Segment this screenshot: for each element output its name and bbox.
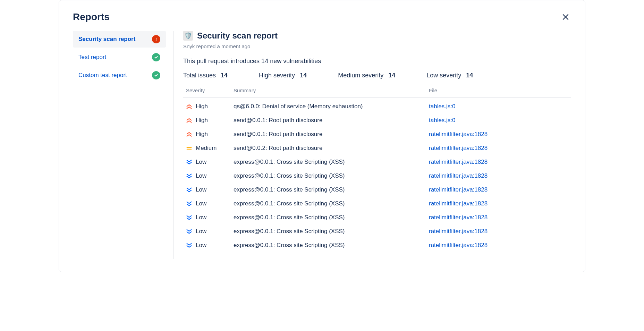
sidebar-item-label: Security scan report	[78, 36, 135, 43]
stat: High severity14	[259, 72, 307, 79]
severity-text: Low	[196, 214, 206, 221]
stat-label: High severity	[259, 72, 295, 79]
severity-cell: High	[183, 117, 234, 124]
file-cell: ratelimitfilter.java:1828	[429, 186, 571, 193]
stat-value: 14	[388, 72, 395, 79]
file-link[interactable]: ratelimitfilter.java:1828	[429, 172, 488, 179]
report-main: 🛡️ Security scan report Snyk reported a …	[173, 31, 571, 259]
severity-text: Medium	[196, 145, 217, 152]
stat: Medium severity14	[338, 72, 395, 79]
severity-text: Low	[196, 172, 206, 179]
file-link[interactable]: ratelimitfilter.java:1828	[429, 159, 488, 165]
severity-cell: Low	[183, 172, 234, 179]
stat-value: 14	[466, 72, 473, 79]
sidebar-item-label: Custom test report	[78, 72, 127, 79]
sidebar-item[interactable]: Security scan report	[73, 31, 166, 48]
modal-body: Security scan reportTest reportCustom te…	[73, 31, 571, 259]
svg-point-3	[156, 40, 156, 41]
file-cell: ratelimitfilter.java:1828	[429, 214, 571, 221]
sidebar-item[interactable]: Custom test report	[73, 67, 166, 84]
file-link[interactable]: ratelimitfilter.java:1828	[429, 200, 488, 207]
severity-text: Low	[196, 159, 206, 166]
severity-low-icon	[186, 187, 192, 192]
file-link[interactable]: ratelimitfilter.java:1828	[429, 242, 488, 248]
table-row: Lowexpress@0.0.1: Cross site Scripting (…	[183, 211, 571, 224]
file-link[interactable]: ratelimitfilter.java:1828	[429, 131, 488, 137]
severity-cell: Low	[183, 159, 234, 166]
severity-cell: Medium	[183, 145, 234, 152]
col-header-severity: Severity	[183, 87, 234, 93]
stat-label: Medium severity	[338, 72, 383, 79]
file-link[interactable]: tables.js:0	[429, 103, 456, 110]
file-cell: tables.js:0	[429, 103, 571, 110]
summary-cell: express@0.0.1: Cross site Scripting (XSS…	[234, 200, 429, 207]
severity-high-icon	[186, 118, 192, 123]
summary-cell: express@0.0.1: Cross site Scripting (XSS…	[234, 172, 429, 179]
reports-sidebar: Security scan reportTest reportCustom te…	[73, 31, 173, 259]
severity-high-icon	[186, 104, 192, 109]
table-body: Highqs@6.0.0: Denial of service (Memory …	[183, 100, 571, 252]
stat: Total issues14	[183, 72, 228, 79]
status-error-icon	[152, 35, 160, 43]
file-link[interactable]: ratelimitfilter.java:1828	[429, 228, 488, 235]
summary-cell: express@0.0.1: Cross site Scripting (XSS…	[234, 186, 429, 193]
summary-cell: express@0.0.1: Cross site Scripting (XSS…	[234, 159, 429, 166]
file-link[interactable]: ratelimitfilter.java:1828	[429, 214, 488, 221]
severity-cell: Low	[183, 242, 234, 249]
severity-cell: High	[183, 103, 234, 110]
table-row: Lowexpress@0.0.1: Cross site Scripting (…	[183, 224, 571, 238]
summary-cell: express@0.0.1: Cross site Scripting (XSS…	[234, 242, 429, 249]
table-row: Lowexpress@0.0.1: Cross site Scripting (…	[183, 197, 571, 211]
severity-medium-icon	[186, 146, 192, 151]
file-cell: ratelimitfilter.java:1828	[429, 159, 571, 166]
sidebar-item[interactable]: Test report	[73, 49, 166, 66]
severity-cell: Low	[183, 214, 234, 221]
table-row: Highsend@0.0.1: Root path disclosurerate…	[183, 127, 571, 141]
sidebar-item-label: Test report	[78, 54, 106, 61]
stat-value: 14	[300, 72, 307, 79]
severity-text: Low	[196, 242, 206, 249]
stats-row: Total issues14High severity14Medium seve…	[183, 72, 571, 79]
file-cell: tables.js:0	[429, 117, 571, 124]
table-row: Lowexpress@0.0.1: Cross site Scripting (…	[183, 183, 571, 197]
severity-text: High	[196, 131, 208, 138]
file-cell: ratelimitfilter.java:1828	[429, 172, 571, 179]
col-header-summary: Summary	[234, 87, 429, 93]
summary-cell: express@0.0.1: Cross site Scripting (XSS…	[234, 228, 429, 235]
table-row: Lowexpress@0.0.1: Cross site Scripting (…	[183, 155, 571, 169]
severity-low-icon	[186, 173, 192, 178]
severity-text: Low	[196, 200, 206, 207]
issues-table: Severity Summary File Highqs@6.0.0: Deni…	[183, 87, 571, 252]
table-row: Mediumsend@0.0.2: Root path disclosurera…	[183, 141, 571, 155]
stat-value: 14	[221, 72, 228, 79]
severity-text: Low	[196, 228, 206, 235]
severity-cell: Low	[183, 186, 234, 193]
file-cell: ratelimitfilter.java:1828	[429, 242, 571, 249]
reports-modal: Reports Security scan reportTest reportC…	[59, 0, 585, 272]
col-header-file: File	[429, 87, 571, 93]
severity-cell: Low	[183, 228, 234, 235]
report-intro: This pull request introduces 14 new vuln…	[183, 58, 571, 65]
file-link[interactable]: ratelimitfilter.java:1828	[429, 186, 488, 193]
summary-cell: send@0.0.1: Root path disclosure	[234, 117, 429, 124]
modal-title: Reports	[73, 11, 110, 23]
close-button[interactable]	[560, 11, 571, 23]
severity-high-icon	[186, 132, 192, 137]
stat-label: Low severity	[426, 72, 461, 79]
file-link[interactable]: ratelimitfilter.java:1828	[429, 145, 488, 151]
summary-cell: send@0.0.1: Root path disclosure	[234, 131, 429, 138]
stat: Low severity14	[426, 72, 473, 79]
report-header: 🛡️ Security scan report	[183, 31, 571, 41]
table-row: Lowexpress@0.0.1: Cross site Scripting (…	[183, 238, 571, 252]
status-success-icon	[152, 71, 160, 79]
file-cell: ratelimitfilter.java:1828	[429, 145, 571, 152]
close-icon	[561, 13, 570, 21]
severity-low-icon	[186, 243, 192, 248]
table-row: Lowexpress@0.0.1: Cross site Scripting (…	[183, 169, 571, 183]
file-link[interactable]: tables.js:0	[429, 117, 456, 124]
severity-cell: High	[183, 131, 234, 138]
table-header: Severity Summary File	[183, 87, 571, 97]
file-cell: ratelimitfilter.java:1828	[429, 200, 571, 207]
report-subtitle: Snyk reported a moment ago	[183, 43, 571, 49]
severity-low-icon	[186, 160, 192, 164]
